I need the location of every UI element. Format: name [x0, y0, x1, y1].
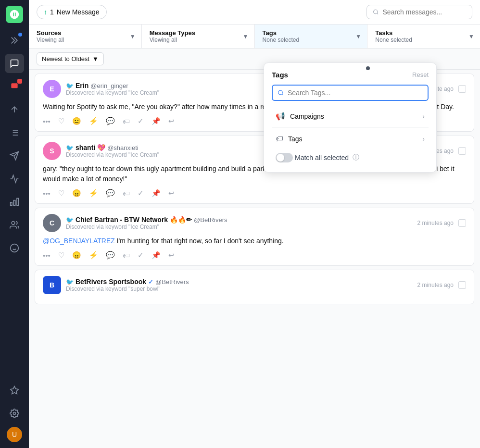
filter-message-types[interactable]: Message Types Viewing all ▼	[142, 25, 255, 48]
reply-icon[interactable]: 💬	[106, 117, 115, 125]
sidebar-item-reports[interactable]	[5, 192, 24, 212]
tags-search-box	[272, 85, 429, 101]
like-icon[interactable]: ♡	[58, 189, 64, 198]
twitter-handle: @BetRivers	[155, 278, 189, 286]
sidebar-item-star[interactable]	[5, 381, 24, 400]
boost-icon[interactable]: ⚡	[89, 189, 98, 198]
filter-sources-value: Viewing all	[37, 37, 134, 43]
retweet-icon[interactable]: ↩	[168, 117, 175, 125]
username-display: shanti 💖	[76, 144, 105, 151]
divider	[272, 127, 429, 128]
sidebar: U	[0, 0, 29, 448]
tags-search-icon	[278, 89, 284, 96]
retweet-icon[interactable]: ↩	[168, 189, 175, 198]
boost-icon[interactable]: ⚡	[89, 117, 98, 125]
svg-marker-17	[11, 386, 19, 394]
tag-icon[interactable]: 🏷	[123, 189, 130, 198]
message-checkbox[interactable]	[458, 85, 466, 93]
search-input[interactable]	[383, 8, 466, 16]
pin-icon[interactable]: 📌	[152, 251, 161, 260]
sidebar-item-send[interactable]	[5, 146, 24, 165]
tags-dropdown: Tags Reset 📢 Campaigns › 🏷 Tags › Match …	[264, 62, 437, 173]
svg-text:U: U	[12, 431, 17, 438]
tag-icon[interactable]: 🏷	[123, 117, 130, 125]
tags-option-campaigns[interactable]: 📢 Campaigns ›	[272, 107, 429, 125]
more-icon[interactable]: •••	[43, 189, 51, 198]
message-checkbox[interactable]	[458, 147, 466, 155]
message-checkbox[interactable]	[458, 219, 466, 227]
twitter-icon: 🐦	[66, 144, 74, 151]
user-info: 🐦 Chief Bartran - BTW Network 🔥🔥✏ @BetRi…	[66, 216, 413, 230]
emoji-icon[interactable]: 😠	[72, 251, 81, 260]
sidebar-item-analytics[interactable]	[5, 169, 24, 188]
reply-icon[interactable]: 💬	[106, 189, 115, 198]
svg-line-22	[377, 13, 378, 14]
pin-icon[interactable]: 📌	[152, 189, 161, 198]
avatar: S	[43, 142, 61, 160]
verified-icon: ✓	[148, 278, 153, 286]
emoji-icon[interactable]: 😐	[72, 117, 81, 125]
sidebar-item-pin[interactable]	[5, 100, 24, 119]
compose-badge	[18, 33, 22, 37]
tags-option-campaigns-left: 📢 Campaigns	[276, 112, 324, 121]
like-icon[interactable]: ♡	[58, 251, 64, 260]
boost-icon[interactable]: ⚡	[89, 251, 98, 260]
new-message-button[interactable]: ↑ 1 New Message	[37, 5, 107, 19]
user-avatar[interactable]: U	[7, 427, 22, 442]
sort-arrow-icon: ▼	[92, 55, 99, 62]
sidebar-item-messages[interactable]	[5, 54, 24, 73]
twitter-handle: @shanxieti	[107, 144, 139, 151]
pin-icon[interactable]: 📌	[152, 117, 161, 125]
timestamp: 2 minutes ago	[417, 220, 454, 226]
tag-icon: 🏷	[276, 135, 283, 143]
check-icon[interactable]: ✓	[138, 189, 144, 198]
sidebar-item-tasks[interactable]	[5, 123, 24, 142]
filter-sources[interactable]: Sources Viewing all ▼	[29, 25, 142, 48]
more-icon[interactable]: •••	[43, 117, 51, 125]
message-checkbox[interactable]	[458, 281, 466, 289]
tags-option-tags[interactable]: 🏷 Tags ›	[272, 130, 429, 148]
sidebar-item-compose[interactable]	[5, 31, 24, 50]
match-info-icon: ⓘ	[353, 153, 359, 162]
match-toggle[interactable]	[276, 153, 293, 162]
sidebar-item-settings[interactable]	[5, 404, 24, 423]
emoji-icon[interactable]: 😠	[72, 189, 81, 198]
tags-reset-button[interactable]: Reset	[412, 71, 429, 78]
more-icon[interactable]: •••	[43, 251, 51, 260]
reply-icon[interactable]: 💬	[106, 251, 115, 260]
up-arrow-icon: ↑	[44, 8, 47, 16]
filter-tags-value: None selected	[263, 37, 360, 43]
sidebar-item-notifications[interactable]	[5, 77, 24, 96]
notification-badge	[17, 79, 22, 84]
tags-option-campaigns-label: Campaigns	[290, 112, 324, 120]
svg-rect-10	[17, 199, 18, 206]
discovered-label: Discovered via keyword "Ice Cream"	[66, 224, 413, 230]
tags-dropdown-header: Tags Reset	[272, 71, 429, 79]
tags-arrow-icon: ›	[422, 135, 425, 143]
avatar: B	[43, 276, 61, 294]
sort-button[interactable]: Newest to Oldest ▼	[37, 52, 104, 65]
check-icon[interactable]: ✓	[138, 251, 144, 260]
tags-search-input[interactable]	[288, 89, 423, 97]
match-row: Match all selected ⓘ	[272, 148, 429, 164]
sidebar-logo	[6, 6, 23, 23]
filter-types-arrow: ▼	[243, 33, 249, 40]
tags-dropdown-title: Tags	[272, 71, 288, 79]
filter-tags[interactable]: Tags None selected ▼	[255, 25, 368, 48]
avatar: C	[43, 214, 61, 232]
message-body: @OG_BENJAYLATREZ I'm hunting for that ri…	[43, 236, 466, 246]
svg-point-21	[374, 10, 378, 13]
tag-icon[interactable]: 🏷	[123, 251, 130, 260]
check-icon[interactable]: ✓	[138, 117, 144, 125]
sidebar-item-integrations[interactable]	[5, 238, 24, 258]
svg-point-14	[11, 244, 19, 252]
like-icon[interactable]: ♡	[58, 117, 64, 125]
avatar: E	[43, 80, 61, 98]
retweet-icon[interactable]: ↩	[168, 251, 175, 260]
message-card: C 🐦 Chief Bartran - BTW Network 🔥🔥✏ @Bet…	[35, 208, 474, 266]
filter-sources-arrow: ▼	[130, 33, 136, 40]
mention-link[interactable]: @OG_BENJAYLATREZ	[43, 237, 115, 245]
megaphone-icon: 📢	[276, 112, 285, 121]
sidebar-item-people[interactable]	[5, 215, 24, 235]
filter-tasks[interactable]: Tasks None selected ▼	[367, 25, 480, 48]
